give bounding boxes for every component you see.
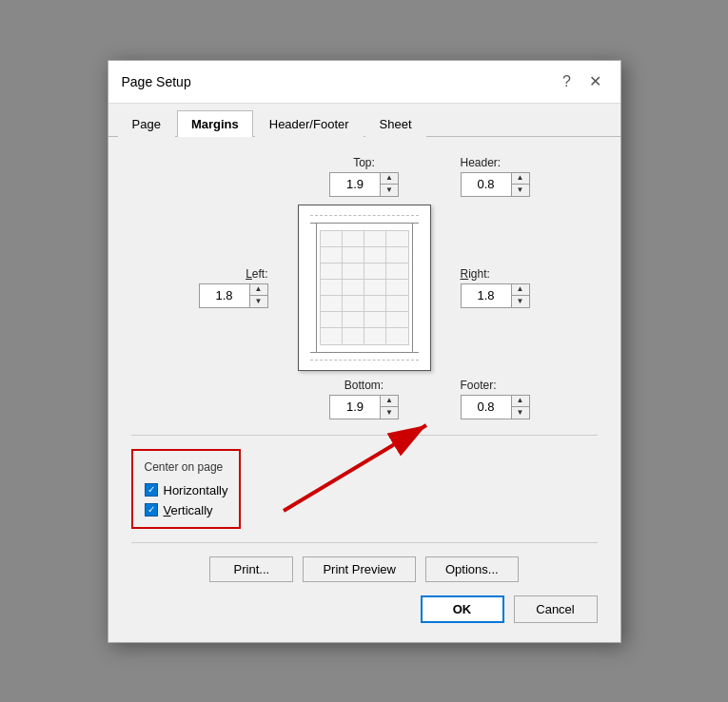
- top-label: Top:: [353, 156, 375, 169]
- bottom-spin-down[interactable]: ▼: [381, 407, 398, 419]
- table-preview: [320, 230, 409, 345]
- right-field-group: Right: ▲ ▼: [445, 267, 598, 308]
- footer-preview-line: [310, 360, 419, 361]
- header-label: Header:: [461, 156, 502, 169]
- left-spin-down[interactable]: ▼: [250, 296, 267, 307]
- center-on-page-section: Center on page ✓ Horizontally ✓ Vertical…: [131, 435, 598, 529]
- header-spinner[interactable]: ▲ ▼: [461, 172, 530, 197]
- svg-line-1: [284, 425, 426, 511]
- right-label: Right:: [461, 267, 490, 281]
- header-preview-line: [310, 215, 419, 216]
- top-spin-up[interactable]: ▲: [381, 173, 398, 185]
- center-on-page-label: Center on page: [145, 460, 228, 474]
- footer-spin-up[interactable]: ▲: [512, 396, 529, 407]
- bottom-label: Bottom:: [344, 379, 384, 392]
- right-spinner[interactable]: ▲ ▼: [461, 283, 530, 308]
- right-spin-up[interactable]: ▲: [512, 284, 529, 296]
- bottom-spinner-btns: ▲ ▼: [380, 396, 398, 419]
- tab-sheet-label: Sheet: [380, 117, 412, 131]
- bottom-spin-up[interactable]: ▲: [381, 396, 398, 407]
- right-input[interactable]: [462, 284, 511, 307]
- footer-spin-down[interactable]: ▼: [512, 407, 529, 419]
- title-bar: Page Setup ? ✕: [108, 61, 620, 104]
- header-spin-down[interactable]: ▼: [512, 185, 529, 196]
- page-preview: [298, 205, 431, 371]
- footer-spinner-btns: ▲ ▼: [511, 396, 529, 419]
- print-button[interactable]: Print...: [209, 556, 293, 582]
- margin-top-line: [310, 223, 419, 224]
- left-spinner-btns: ▲ ▼: [249, 284, 267, 307]
- margin-bottom-line: [310, 352, 419, 353]
- left-spinner[interactable]: ▲ ▼: [199, 283, 268, 308]
- top-spin-down[interactable]: ▼: [381, 185, 398, 196]
- tab-header-footer-label: Header/Footer: [269, 117, 349, 131]
- left-input[interactable]: [200, 284, 249, 307]
- bottom-spinner[interactable]: ▲ ▼: [329, 395, 399, 419]
- top-spinner[interactable]: ▲ ▼: [329, 172, 399, 197]
- header-spinner-btns: ▲ ▼: [511, 173, 529, 196]
- vertically-label: Vertically: [164, 503, 213, 517]
- footer-spinner[interactable]: ▲ ▼: [461, 395, 530, 419]
- tab-page-label: Page: [132, 117, 161, 131]
- divider-top: [131, 435, 598, 436]
- title-bar-controls: ? ✕: [556, 70, 607, 93]
- bottom-input[interactable]: [330, 396, 380, 419]
- horizontally-label: Horizontally: [164, 483, 228, 497]
- page-setup-dialog: Page Setup ? ✕ Page Margins Header/Foote…: [108, 60, 621, 643]
- confirm-buttons: OK Cancel: [131, 595, 598, 623]
- help-button[interactable]: ?: [556, 70, 579, 93]
- footer-input[interactable]: [462, 396, 511, 419]
- tab-header-footer[interactable]: Header/Footer: [255, 110, 364, 137]
- header-input[interactable]: [462, 173, 511, 196]
- tab-margins-label: Margins: [191, 117, 239, 131]
- top-spinner-btns: ▲ ▼: [380, 173, 398, 196]
- tabs-bar: Page Margins Header/Footer Sheet: [108, 104, 620, 137]
- top-input[interactable]: [330, 173, 380, 196]
- top-field-group: Top: ▲ ▼: [284, 156, 445, 197]
- header-spin-up[interactable]: ▲: [512, 173, 529, 185]
- action-buttons: Print... Print Preview Options...: [131, 556, 598, 582]
- print-preview-button[interactable]: Print Preview: [303, 556, 416, 582]
- footer-field-group: Footer: ▲ ▼: [445, 379, 598, 419]
- vertically-check-icon: ✓: [148, 505, 155, 515]
- right-spinner-btns: ▲ ▼: [511, 284, 529, 307]
- footer-label: Footer:: [461, 379, 497, 392]
- horizontally-checkbox[interactable]: ✓: [145, 483, 158, 497]
- ok-button[interactable]: OK: [421, 595, 504, 623]
- cancel-button[interactable]: Cancel: [514, 595, 598, 623]
- left-field-group: Left: ▲ ▼: [131, 267, 284, 308]
- vertically-checkbox[interactable]: ✓: [145, 503, 158, 517]
- right-spin-down[interactable]: ▼: [512, 296, 529, 307]
- header-field-group: Header: ▲ ▼: [445, 156, 598, 197]
- tab-page[interactable]: Page: [118, 110, 175, 137]
- close-button[interactable]: ✕: [584, 70, 607, 93]
- bottom-field-group: Bottom: ▲ ▼: [284, 379, 445, 419]
- divider-bottom: [131, 542, 598, 543]
- margin-left-line: [316, 223, 317, 353]
- center-on-page-box: Center on page ✓ Horizontally ✓ Vertical…: [131, 449, 242, 529]
- tab-content: Top: ▲ ▼ Header: ▲: [108, 137, 620, 642]
- horizontally-row: ✓ Horizontally: [145, 483, 228, 497]
- margin-right-line: [412, 223, 413, 353]
- tab-sheet[interactable]: Sheet: [365, 110, 426, 137]
- vertically-row: ✓ Vertically: [145, 503, 228, 517]
- options-button[interactable]: Options...: [425, 556, 519, 582]
- horizontally-check-icon: ✓: [148, 485, 155, 495]
- left-label: Left:: [246, 267, 267, 281]
- tab-margins[interactable]: Margins: [177, 110, 253, 137]
- annotation-arrow: [265, 406, 455, 520]
- left-spin-up[interactable]: ▲: [250, 284, 267, 296]
- dialog-title: Page Setup: [122, 74, 191, 89]
